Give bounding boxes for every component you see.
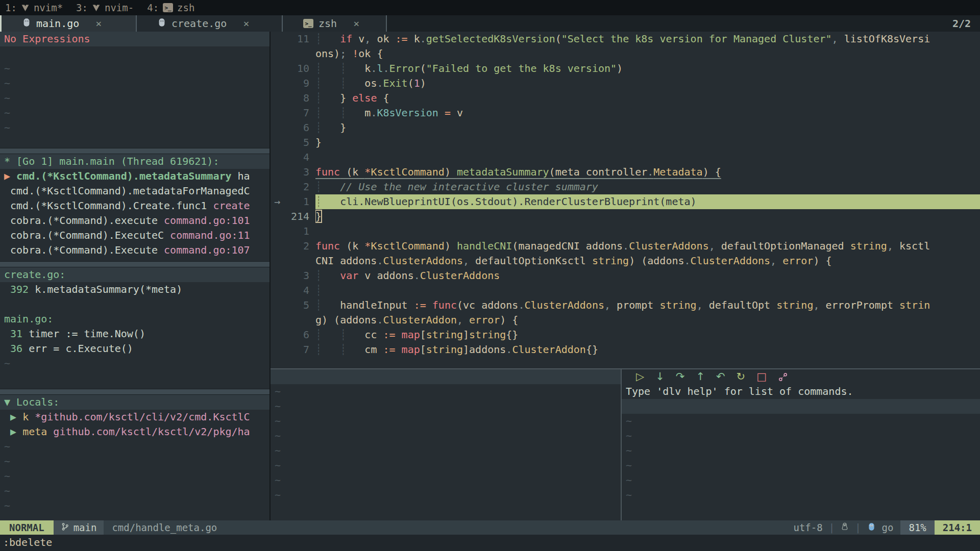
code-line[interactable]: 2func (k *KsctlCommand) handleCNI(manage… [271, 239, 980, 254]
breakpoint-row[interactable]: main.go: [0, 312, 270, 327]
dap-locals-panel[interactable]: ▼ Locals: ▶ k *github.com/ksctl/cli/v2/c… [0, 395, 270, 520]
stack-frame-row[interactable]: cmd.(*KsctlCommand).metadataForManagedC [0, 184, 270, 198]
terminal-icon: >_ [303, 19, 313, 28]
console-row[interactable]: ~ [271, 473, 621, 488]
stack-frame-row[interactable]: ▶ cmd.(*KsctlCommand).metadataSummary ha [0, 169, 270, 184]
breakpoint-row[interactable]: ~ [0, 356, 270, 371]
step-over-icon[interactable]: ↷ [676, 369, 685, 384]
stack-frame-row[interactable]: * [Go 1] main.main (Thread 619621): [0, 154, 270, 169]
restart-icon[interactable]: ↻ [737, 369, 746, 384]
tmux-window-zsh[interactable]: 4:>_zsh [147, 2, 194, 13]
code-line[interactable]: 1 [271, 224, 980, 239]
current-debug-line[interactable]: →1┊ cli.NewBlueprintUI(os.Stdout).Render… [271, 194, 980, 209]
locals-row[interactable]: ~ [0, 498, 270, 513]
tab-close-icon[interactable]: × [95, 17, 102, 30]
repl-cursor-line[interactable] [622, 399, 980, 414]
dap-stacks-panel[interactable]: * [Go 1] main.main (Thread 619621):▶ cmd… [0, 154, 270, 261]
expressions-row[interactable]: No Expressions [0, 32, 270, 46]
dap-breakpoints-panel[interactable]: create.go: 392 k.metadataSummary(*meta)m… [0, 267, 270, 389]
console-row[interactable]: ~ [271, 399, 621, 414]
breakpoint-row[interactable]: create.go: [0, 267, 270, 282]
step-back-icon[interactable]: ↶ [716, 369, 725, 384]
dap-expressions-panel[interactable]: No Expressions~~~~~ [0, 32, 270, 148]
console-row[interactable] [271, 369, 621, 384]
expressions-row[interactable]: ~ [0, 91, 270, 106]
line-number [284, 254, 309, 268]
stack-frame-row[interactable]: cmd.(*KsctlCommand).Create.func1 create [0, 198, 270, 213]
locals-row[interactable]: ▶ k *github.com/ksctl/cli/v2/cmd.KsctlC [0, 410, 270, 424]
stop-icon[interactable]: □ [756, 369, 767, 384]
expressions-row[interactable]: ~ [0, 76, 270, 91]
expressions-row[interactable]: ~ [0, 120, 270, 135]
breakpoint-row[interactable]: 392 k.metadataSummary(*meta) [0, 282, 270, 297]
disconnect-icon[interactable] [778, 372, 788, 382]
window-separator[interactable] [0, 389, 270, 395]
code-line[interactable]: 6┊ ┊ cc := map[string]string{} [271, 328, 980, 342]
console-row[interactable]: ~ [271, 488, 621, 503]
code-line[interactable]: 9┊ ┊ os.Exit(1) [271, 76, 980, 91]
code-line[interactable]: g) (addons.ClusterAddon, error) { [271, 313, 980, 328]
code-line[interactable]: 5┊ handleInput := func(vc addons.Cluster… [271, 298, 980, 313]
code-line[interactable]: 7┊ ┊ cm := map[string]addons.ClusterAddo… [271, 342, 980, 357]
tab-main.go[interactable]: main.go× [0, 15, 136, 32]
locals-row[interactable]: ▶ meta github.com/ksctl/ksctl/v2/pkg/ha [0, 424, 270, 439]
locals-row[interactable]: ~ [0, 454, 270, 469]
code-line[interactable]: 4 [271, 150, 980, 165]
code-line[interactable]: 10┊ ┊ k.l.Error("Failed to get the k8s v… [271, 61, 980, 76]
breakpoint-row[interactable] [0, 297, 270, 312]
tmux-window-nvim[interactable]: 1:nvim* [5, 2, 63, 13]
code-line[interactable]: 11┊ if v, ok := k.getSelectedK8sVersion(… [271, 32, 980, 46]
command-line[interactable]: :bdelete [0, 535, 980, 551]
code-line[interactable]: 7┊ ┊ m.K8sVersion = v [271, 106, 980, 120]
code-line[interactable]: 2┊ // Use the new interactive cluster su… [271, 180, 980, 194]
code-text [315, 150, 980, 165]
console-row[interactable]: ~ [271, 414, 621, 429]
window-separator[interactable] [0, 148, 270, 154]
code-line[interactable]: 6┊ } [271, 120, 980, 135]
bufferline: main.go×create.go×>_zsh×2/2 [0, 15, 980, 32]
dap-console-panel[interactable]: ~~~~~~~~ [271, 369, 621, 520]
tab-close-icon[interactable]: × [243, 17, 249, 30]
stack-frame-row[interactable]: cobra.(*Command).execute command.go:101 [0, 213, 270, 228]
expressions-row[interactable]: ~ [0, 106, 270, 120]
tab-separator [386, 15, 387, 32]
breakpoint-row[interactable]: 36 err = c.Execute() [0, 341, 270, 356]
tmux-window-nvim[interactable]: 3:nvim- [76, 2, 134, 13]
tab-create.go[interactable]: create.go× [136, 15, 282, 32]
step-out-icon[interactable]: ↑ [696, 369, 705, 384]
console-row[interactable]: ~ [271, 443, 621, 458]
main-area: No Expressions~~~~~ * [Go 1] main.main (… [0, 32, 980, 520]
console-row[interactable]: ~ [271, 429, 621, 443]
code-line[interactable]: ons); !ok { [271, 46, 980, 61]
breakpoint-row[interactable]: 31 timer := time.Now() [0, 327, 270, 341]
code-editor[interactable]: 11┊ if v, ok := k.getSelectedK8sVersion(… [271, 32, 980, 368]
tab-zsh[interactable]: >_zsh× [282, 15, 386, 32]
expressions-row[interactable] [0, 46, 270, 61]
locals-row[interactable]: ▼ Locals: [0, 395, 270, 410]
code-line[interactable]: CNI addons.ClusterAddons, defaultOptionK… [271, 254, 980, 268]
sign-column [271, 120, 284, 135]
tab-close-icon[interactable]: × [353, 17, 359, 30]
code-line[interactable]: 8┊ } else { [271, 91, 980, 106]
console-row[interactable]: ~ [271, 458, 621, 473]
buffer-count-indicator: 2/2 [952, 15, 980, 32]
console-row[interactable]: ~ [271, 384, 621, 399]
gutter-padding [309, 194, 315, 209]
step-into-icon[interactable]: ↓ [655, 369, 665, 384]
locals-row[interactable]: ~ [0, 484, 270, 498]
continue-icon[interactable]: ▷ [636, 369, 644, 384]
dap-repl-panel[interactable]: ▷↓↷↑↶↻□ Type 'dlv help' for list of comm… [622, 369, 980, 520]
linux-penguin-icon [841, 522, 849, 534]
code-line[interactable]: 214} [271, 209, 980, 224]
stack-frame-row[interactable]: cobra.(*Command).Execute command.go:107 [0, 243, 270, 258]
stack-frame-row[interactable]: cobra.(*Command).ExecuteC command.go:11 [0, 228, 270, 243]
code-text: ┊ ┊ m.K8sVersion = v [315, 106, 980, 120]
code-line[interactable]: 3┊ var v addons.ClusterAddons [271, 268, 980, 283]
code-line[interactable]: 5} [271, 135, 980, 150]
locals-row[interactable]: ~ [0, 469, 270, 484]
code-line[interactable]: 3func (k *KsctlCommand) metadataSummary(… [271, 165, 980, 180]
expressions-row[interactable]: ~ [0, 61, 270, 76]
window-separator[interactable] [0, 261, 270, 267]
locals-row[interactable]: ~ [0, 439, 270, 454]
code-line[interactable]: 4┊ [271, 283, 980, 298]
